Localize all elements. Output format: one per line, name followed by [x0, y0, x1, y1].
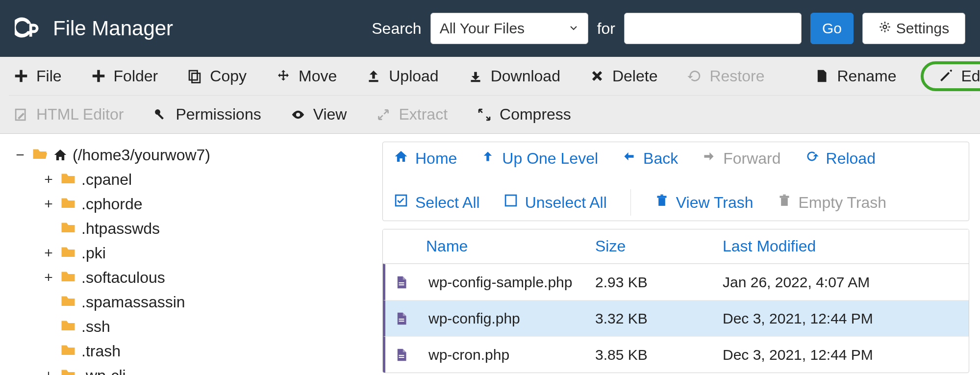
permissions-button[interactable]: Permissions: [148, 102, 265, 126]
cell-size: 3.85 KB: [586, 347, 714, 363]
col-name[interactable]: Name: [417, 237, 586, 255]
upload-icon: [365, 68, 382, 84]
upload-button[interactable]: Upload: [361, 64, 442, 88]
tree-item[interactable]: .htpasswds: [14, 216, 377, 241]
expand-icon[interactable]: +: [42, 245, 55, 261]
edit-button[interactable]: Edit: [921, 61, 980, 91]
tree-item-label: .wp-cli: [81, 367, 126, 375]
topbar-controls: Search All Your Files for Go Settings: [372, 13, 965, 44]
key-icon: [152, 106, 169, 123]
tree-item[interactable]: +.pki: [14, 241, 377, 265]
delete-button[interactable]: Delete: [585, 64, 662, 88]
cell-modified: Jan 26, 2022, 4:07 AM: [714, 274, 969, 291]
nav-home[interactable]: Home: [394, 149, 457, 168]
html-editor-button[interactable]: HTML Editor: [9, 102, 127, 126]
file-icon: [394, 347, 409, 363]
table-row[interactable]: wp-cron.php3.85 KBDec 3, 2021, 12:44 PM: [383, 336, 969, 373]
toolbar: File Folder Copy Move Upload Download De…: [0, 57, 980, 134]
toolbar-row-2: HTML Editor Permissions View Extract Com…: [9, 95, 971, 133]
expand-icon[interactable]: +: [42, 269, 55, 286]
nav-empty-trash[interactable]: Empty Trash: [777, 193, 887, 212]
settings-button[interactable]: Settings: [862, 13, 965, 44]
tree-item-label: .pki: [81, 244, 106, 262]
tree-item-label: .cphorde: [81, 195, 143, 213]
cpanel-logo-icon: [15, 17, 42, 40]
home-icon: [53, 148, 68, 162]
table-row[interactable]: wp-config-sample.php2.93 KBJan 26, 2022,…: [383, 264, 969, 300]
folder-icon: [60, 244, 76, 262]
search-input[interactable]: [624, 13, 802, 44]
arrow-right-icon: [702, 149, 716, 168]
expand-icon[interactable]: +: [42, 367, 55, 375]
move-button[interactable]: Move: [271, 64, 341, 88]
extract-icon: [375, 106, 392, 123]
topbar: File Manager Search All Your Files for G…: [0, 0, 980, 57]
cell-size: 3.32 KB: [586, 310, 714, 327]
folder-icon: [60, 195, 76, 213]
tree-item[interactable]: +.cpanel: [14, 167, 377, 192]
tree-root-label: (/home3/yourwow7): [73, 146, 210, 164]
restore-button[interactable]: Restore: [682, 64, 768, 88]
file-table: Name Size Last Modified wp-config-sample…: [382, 229, 969, 373]
compress-button[interactable]: Compress: [472, 102, 575, 126]
folder-open-icon: [31, 146, 48, 164]
nav-back[interactable]: Back: [622, 149, 678, 168]
search-label: Search: [372, 20, 421, 38]
document-icon: [813, 68, 830, 84]
eye-icon: [290, 106, 306, 123]
square-icon: [503, 193, 518, 212]
col-modified[interactable]: Last Modified: [714, 237, 969, 255]
search-scope-select[interactable]: All Your Files: [430, 13, 588, 44]
extract-button[interactable]: Extract: [371, 102, 452, 126]
folder-icon: [60, 219, 76, 238]
gear-icon: [879, 20, 891, 37]
search-scope-value: All Your Files: [440, 20, 525, 37]
table-row[interactable]: wp-config.php3.32 KBDec 3, 2021, 12:44 P…: [383, 300, 969, 336]
cell-name: wp-config-sample.php: [420, 274, 586, 291]
tree-item[interactable]: +.wp-cli: [14, 363, 377, 375]
cell-name: wp-config.php: [420, 310, 586, 327]
chevron-down-icon: [568, 20, 579, 37]
download-button[interactable]: Download: [463, 64, 564, 88]
tree-root[interactable]: − (/home3/yourwow7): [14, 143, 377, 167]
arrow-left-icon: [622, 149, 636, 168]
check-square-icon: [394, 193, 408, 212]
tree-item[interactable]: .ssh: [14, 314, 377, 339]
compress-icon: [476, 106, 493, 123]
app-title: File Manager: [53, 17, 173, 40]
new-file-button[interactable]: File: [9, 64, 66, 88]
tree-item-label: .ssh: [81, 318, 110, 336]
copy-button[interactable]: Copy: [182, 64, 251, 88]
expand-icon[interactable]: +: [42, 196, 55, 212]
reload-icon: [804, 149, 819, 168]
view-button[interactable]: View: [286, 102, 351, 126]
nav-reload[interactable]: Reload: [804, 149, 876, 168]
brand: File Manager: [15, 17, 173, 40]
pencil-icon: [937, 68, 954, 84]
col-size[interactable]: Size: [586, 237, 714, 255]
folder-icon: [60, 268, 76, 287]
for-label: for: [597, 20, 615, 38]
nav-unselect-all[interactable]: Unselect All: [503, 193, 607, 212]
expand-icon[interactable]: +: [42, 171, 55, 188]
tree-item[interactable]: .spamassassin: [14, 290, 377, 314]
nav-select-all[interactable]: Select All: [394, 193, 480, 212]
cell-modified: Dec 3, 2021, 12:44 PM: [714, 347, 969, 363]
nav-up[interactable]: Up One Level: [480, 149, 598, 168]
cell-size: 2.93 KB: [586, 274, 714, 291]
nav-forward[interactable]: Forward: [702, 149, 780, 168]
tree-item-label: .softaculous: [81, 269, 165, 287]
table-header: Name Size Last Modified: [383, 229, 969, 264]
collapse-icon[interactable]: −: [14, 147, 26, 163]
tree-item[interactable]: .trash: [14, 339, 377, 363]
main-panel: Home Up One Level Back Forward Reload Se…: [382, 134, 980, 375]
go-button[interactable]: Go: [810, 13, 854, 44]
tree-item[interactable]: +.cphorde: [14, 192, 377, 216]
delete-icon: [589, 68, 605, 84]
nav-view-trash[interactable]: View Trash: [654, 193, 754, 212]
rename-button[interactable]: Rename: [809, 64, 900, 88]
folder-icon: [60, 366, 76, 375]
new-folder-button[interactable]: Folder: [86, 64, 162, 88]
tree-item[interactable]: +.softaculous: [14, 265, 377, 290]
folder-icon: [60, 342, 76, 360]
